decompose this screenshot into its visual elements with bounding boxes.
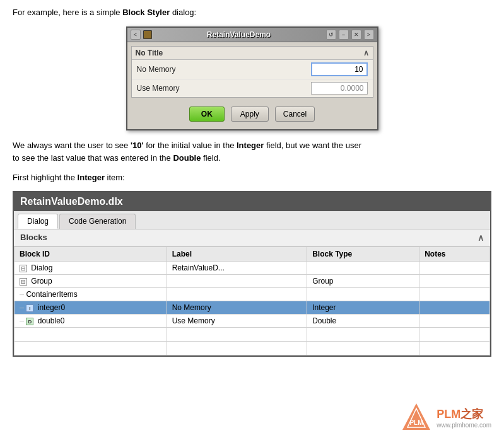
cell-notes: [419, 261, 490, 274]
ok-button[interactable]: OK: [189, 107, 225, 122]
cell-block-id: ─ ContainerItems: [15, 287, 167, 301]
integer-icon: I: [26, 304, 33, 312]
dialog-buttons: OK Apply Cancel: [131, 103, 373, 125]
field-row-use-memory: Use Memory: [132, 79, 373, 97]
cancel-button[interactable]: Cancel: [275, 107, 315, 122]
dialog-screenshot: < RetainValueDemo ↺ − ✕ > No Title ∧ No …: [13, 26, 491, 130]
cell-notes: [419, 274, 490, 287]
tree-line-icon: ─: [20, 291, 24, 298]
table-row-empty: [15, 341, 490, 355]
table-row[interactable]: ─ ContainerItems: [15, 287, 490, 301]
field-input-no-memory[interactable]: [311, 62, 368, 76]
dialog-title: RetainValueDemo: [155, 30, 324, 39]
body-text-2: First highlight the Integer item:: [13, 171, 491, 185]
dialog-content: No Title ∧ No Memory Use Memory OK Apply: [127, 42, 377, 129]
table-row[interactable]: ─ D double0 Use Memory Double: [15, 314, 490, 327]
cell-block-id: ─ D double0: [15, 314, 167, 327]
apply-button[interactable]: Apply: [231, 107, 269, 122]
plm-url-label: www.plmhome.com: [437, 422, 491, 429]
cell-block-id: ⊟ Group: [15, 274, 167, 287]
tree-collapse-icon[interactable]: ⊟: [20, 278, 27, 286]
titlebar-forward-btn[interactable]: >: [364, 30, 374, 40]
blocks-label: Blocks: [20, 233, 47, 242]
field-row-no-memory: No Memory: [132, 60, 373, 79]
dialog-titlebar: < RetainValueDemo ↺ − ✕ >: [127, 28, 377, 42]
table-header-row: Block ID Label Block Type Notes: [15, 246, 490, 261]
cell-label: Use Memory: [167, 314, 307, 327]
tree-line-icon: ─: [20, 304, 24, 311]
panel-title: No Title: [136, 49, 163, 57]
blocks-header: Blocks ∧: [14, 229, 490, 246]
plm-logo-icon: PLM: [401, 402, 431, 432]
body-text-1: We always want the user to see '10' for …: [13, 139, 491, 166]
intro-text: For example, here is a simple Block Styl…: [13, 6, 491, 19]
titlebar-icon: [143, 30, 152, 39]
cell-label: [167, 287, 307, 301]
table-row[interactable]: ⊟ Dialog RetainValueD...: [15, 261, 490, 274]
panel-collapse-icon[interactable]: ∧: [363, 49, 369, 57]
titlebar-close-btn[interactable]: ✕: [351, 30, 361, 40]
cell-notes: [419, 287, 490, 301]
main-panel-title: RetainValueDemo.dlx: [14, 192, 490, 211]
col-header-block-id: Block ID: [15, 246, 167, 261]
cell-notes: [419, 314, 490, 327]
cell-block-id: ─ I integer0: [15, 301, 167, 314]
cell-block-type: [307, 287, 419, 301]
main-panel: RetainValueDemo.dlx Dialog Code Generati…: [13, 191, 491, 357]
cell-block-type: Double: [307, 314, 419, 327]
cell-label: No Memory: [167, 301, 307, 314]
cell-block-id: ⊟ Dialog: [15, 261, 167, 274]
titlebar-back-btn[interactable]: <: [131, 30, 141, 40]
col-header-label: Label: [167, 246, 307, 261]
blocks-collapse-icon[interactable]: ∧: [478, 233, 484, 243]
blocks-table: Block ID Label Block Type Notes ⊟ Dialog…: [14, 246, 490, 355]
tab-code-generation[interactable]: Code Generation: [59, 214, 136, 229]
col-header-block-type: Block Type: [307, 246, 419, 261]
double-icon: D: [26, 318, 33, 325]
cell-block-type: Group: [307, 274, 419, 287]
tree-line-icon: ─: [20, 318, 24, 325]
table-row[interactable]: ⊟ Group Group: [15, 274, 490, 287]
cell-label: [167, 274, 307, 287]
dialog-window: < RetainValueDemo ↺ − ✕ > No Title ∧ No …: [126, 26, 378, 130]
field-label-no-memory: No Memory: [137, 65, 176, 74]
table-row-empty: [15, 327, 490, 341]
col-header-notes: Notes: [419, 246, 490, 261]
field-label-use-memory: Use Memory: [137, 84, 180, 93]
dialog-panel-header: No Title ∧: [132, 47, 373, 60]
cell-notes: [419, 301, 490, 314]
cell-label: RetainValueD...: [167, 261, 307, 274]
plm-brand-text: PLM之家 www.plmhome.com: [437, 407, 491, 429]
watermark: PLM PLM之家 www.plmhome.com: [401, 402, 491, 432]
dialog-panel: No Title ∧ No Memory Use Memory: [131, 46, 373, 98]
svg-text:PLM: PLM: [410, 419, 423, 426]
table-row[interactable]: ─ I integer0 No Memory Integer: [15, 301, 490, 314]
cell-block-type: [307, 261, 419, 274]
cell-block-type: Integer: [307, 301, 419, 314]
titlebar-min-btn[interactable]: −: [339, 30, 349, 40]
field-input-use-memory[interactable]: [311, 82, 368, 95]
tabs-bar: Dialog Code Generation: [14, 211, 490, 229]
titlebar-refresh-btn[interactable]: ↺: [326, 30, 336, 40]
tab-dialog[interactable]: Dialog: [18, 214, 58, 229]
blocks-section: Blocks ∧ Block ID Label Block Type Notes…: [14, 229, 490, 355]
tree-collapse-icon[interactable]: ⊟: [20, 265, 27, 272]
plm-brand-label: PLM之家: [437, 407, 491, 422]
